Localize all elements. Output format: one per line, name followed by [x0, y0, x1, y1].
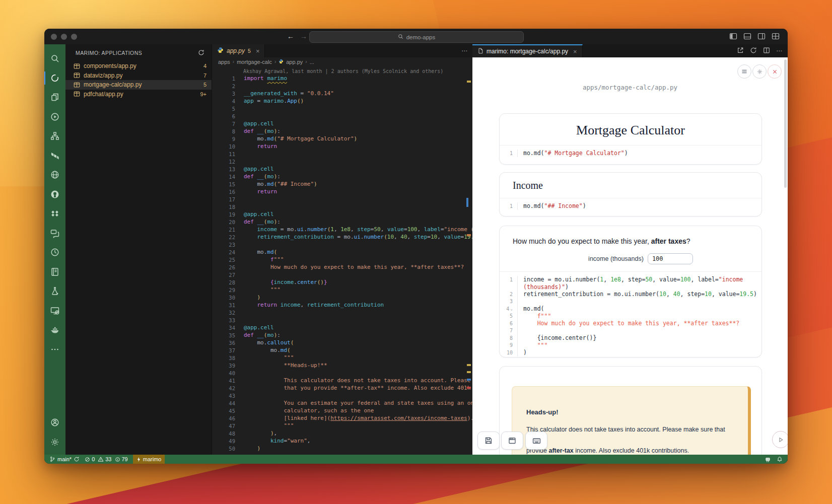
- docker-view-icon[interactable]: [44, 320, 65, 340]
- marimo-server-item[interactable]: marimo: [133, 455, 165, 464]
- panel-shutdown-button[interactable]: [768, 64, 782, 79]
- more-views-icon[interactable]: [44, 340, 65, 359]
- ruler-error-mark: [467, 387, 471, 389]
- toggle-sidebar-icon[interactable]: [729, 32, 737, 40]
- test-flask-view-icon[interactable]: [44, 281, 65, 301]
- income-number-input[interactable]: [648, 253, 693, 264]
- tab-problems-badge: 5: [248, 48, 251, 54]
- cell-code[interactable]: 1mo.md("## Income"): [500, 198, 761, 214]
- infos-icon: [115, 457, 120, 462]
- nav-back-button[interactable]: ←: [287, 32, 294, 41]
- callout-bold: after-tax: [548, 447, 573, 454]
- open-external-icon[interactable]: [737, 47, 744, 55]
- sidebar-item-pdfchat[interactable]: pdfchat/app.py 9+: [65, 90, 212, 99]
- bell-icon[interactable]: [777, 456, 783, 462]
- tab-marimo-preview[interactable]: marimo: mortgage-calc/app.py ×: [472, 44, 583, 57]
- callout-heading: Heads-up!: [526, 407, 734, 417]
- tab-app-py[interactable]: app.py 5 ×: [212, 44, 265, 57]
- save-button[interactable]: [477, 431, 500, 450]
- sidebar-item-dataviz[interactable]: dataviz/app.py 7: [65, 71, 212, 81]
- copy-files-view-icon[interactable]: [44, 88, 65, 107]
- question-suffix: ?: [686, 237, 690, 245]
- panel-scrollbar[interactable]: [784, 59, 787, 188]
- split-editor-icon[interactable]: [763, 47, 770, 55]
- python-file-icon: [279, 59, 284, 65]
- refresh-icon[interactable]: [198, 49, 204, 57]
- statusbar-right: [765, 456, 783, 463]
- problems-badge: 4: [203, 63, 206, 69]
- status-bar: main* 0 33 79 marimo: [44, 455, 788, 464]
- keyboard-shortcuts-button[interactable]: [525, 431, 547, 450]
- file-label: dataviz/app.py: [84, 72, 203, 79]
- clock-view-icon[interactable]: [44, 243, 65, 262]
- traffic-zoom-button[interactable]: [71, 34, 77, 40]
- account-icon[interactable]: [44, 413, 65, 433]
- github-view-icon[interactable]: [44, 185, 65, 204]
- problems-badge: 9+: [200, 91, 206, 97]
- file-label: pdfchat/app.py: [84, 91, 200, 98]
- marimo-file-icon: [74, 72, 80, 79]
- sidebar-item-components[interactable]: components/app.py 4: [65, 61, 212, 71]
- problems-badge: 7: [203, 73, 206, 79]
- layout-controls: [729, 32, 780, 40]
- breadcrumb-file[interactable]: app.py: [286, 59, 303, 65]
- traffic-close-button[interactable]: [51, 34, 57, 40]
- tab-close-icon[interactable]: ×: [256, 47, 260, 55]
- problems-item[interactable]: 0 33 79: [85, 456, 128, 462]
- code-editor[interactable]: Akshay Agrawal, last month | 2 authors (…: [212, 66, 472, 455]
- customize-layout-icon[interactable]: [772, 32, 780, 40]
- run-app-button[interactable]: [772, 431, 788, 448]
- comments-view-icon[interactable]: [44, 224, 65, 243]
- run-circle-view-icon[interactable]: [44, 107, 65, 127]
- panel-settings-button[interactable]: [752, 64, 767, 79]
- chevron-right-icon: ›: [233, 59, 234, 64]
- git-branch-item[interactable]: main*: [49, 456, 80, 462]
- search-view-icon[interactable]: [44, 49, 65, 68]
- git-branch-icon: [49, 456, 55, 462]
- git-blame-annotation: Akshay Agrawal, last month | 2 authors (…: [212, 66, 472, 75]
- terraform-view-icon[interactable]: [44, 146, 65, 166]
- notebook-view-icon[interactable]: [44, 262, 65, 282]
- globe-view-icon[interactable]: [44, 165, 65, 185]
- tab-label: marimo: mortgage-calc/app.py: [487, 48, 568, 55]
- warning-callout: Heads-up! This calculator does not take …: [512, 386, 751, 455]
- question-bold: after taxes: [651, 237, 686, 245]
- settings-gear-icon[interactable]: [44, 433, 65, 452]
- python-file-icon: [217, 47, 224, 55]
- toggle-secondary-sidebar-icon[interactable]: [757, 32, 766, 40]
- hierarchy-view-icon[interactable]: [44, 126, 65, 146]
- robot-icon[interactable]: [765, 456, 771, 463]
- open-browser-button[interactable]: [501, 431, 523, 450]
- command-center-search[interactable]: demo-apps: [309, 31, 524, 43]
- sync-icon[interactable]: [74, 456, 80, 462]
- panel-menu-button[interactable]: [737, 64, 751, 79]
- nav-forward-button[interactable]: →: [300, 32, 307, 41]
- income-input-row: income (thousands): [520, 253, 761, 264]
- more-actions-icon: ⋯: [461, 47, 467, 54]
- file-label: components/app.py: [84, 62, 203, 69]
- breadcrumb-apps[interactable]: apps: [218, 59, 230, 65]
- editor-more-actions[interactable]: ⋯: [461, 44, 467, 57]
- traffic-minimize-button[interactable]: [61, 34, 67, 40]
- remote-monitor-view-icon[interactable]: [44, 301, 65, 321]
- marimo-file-icon: [74, 82, 80, 88]
- more-actions-icon[interactable]: ⋯: [776, 47, 783, 54]
- cell-code[interactable]: 1income = mo.ui.number(1, 1e8, step=50, …: [500, 271, 761, 357]
- marimo-preview-panel: marimo: mortgage-calc/app.py × ⋯ apps/mo…: [472, 44, 788, 455]
- cell-code[interactable]: 1mo.md("# Mortgage Calculator"): [500, 145, 761, 161]
- breadcrumb-symbol[interactable]: ...: [310, 59, 314, 65]
- cell-card-income: Income 1mo.md("## Income"): [499, 172, 762, 217]
- tab-close-icon[interactable]: ×: [573, 48, 577, 55]
- diamonds-view-icon[interactable]: [44, 204, 65, 224]
- ruler-warning-mark: [467, 81, 471, 83]
- app-file-path: apps/mortgage-calc/app.py: [472, 84, 788, 91]
- toggle-panel-icon[interactable]: [743, 32, 751, 40]
- refresh-icon[interactable]: [750, 47, 757, 55]
- callout-paragraph-1: This calculator does not take taxes into…: [526, 424, 734, 455]
- breadcrumb-folder[interactable]: mortgage-calc: [237, 59, 272, 65]
- marimo-view-icon[interactable]: [44, 68, 65, 88]
- sidebar-item-mortgage-calc[interactable]: mortgage-calc/app.py 5: [65, 80, 212, 90]
- question-prefix: How much do you expect to make this year…: [513, 237, 651, 245]
- info-count: 79: [122, 456, 128, 462]
- editor-group: app.py 5 × ⋯ apps› mortgage-calc› app.py…: [212, 44, 472, 455]
